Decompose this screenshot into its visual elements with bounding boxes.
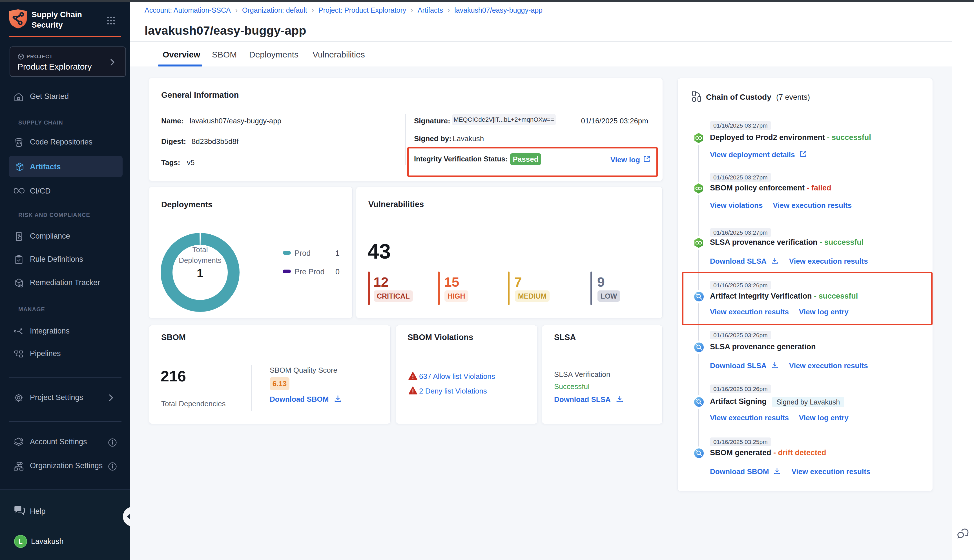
svg-text:?: ?	[17, 506, 20, 511]
